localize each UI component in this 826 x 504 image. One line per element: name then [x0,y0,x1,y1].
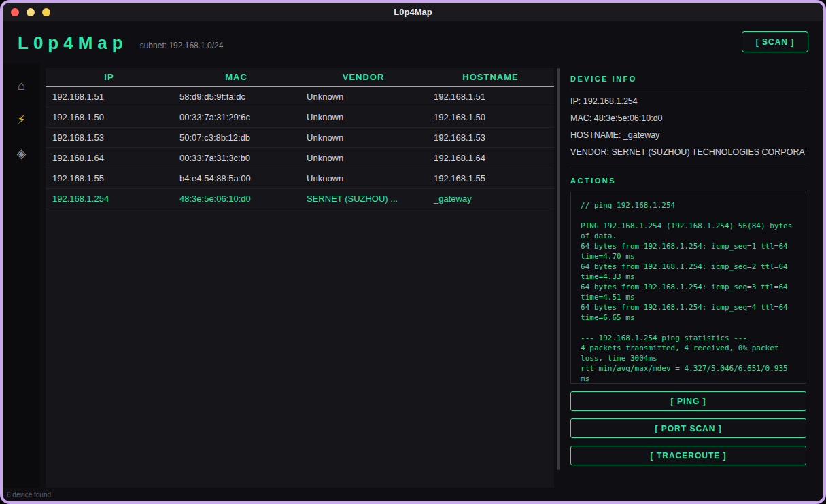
cell-vendor: Unknown [300,147,427,168]
cell-vendor: SERNET (SUZHOU) ... [300,188,427,209]
minimize-button[interactable] [27,8,35,16]
terminal-line: 64 bytes from 192.168.1.254: icmp_seq=4 … [581,302,796,323]
actions-title: ACTIONS [570,177,806,185]
cell-mac: b4:e4:54:88:5a:00 [173,168,300,188]
cell-ip: 192.168.1.51 [46,86,173,107]
table-row[interactable]: 192.168.1.53 50:07:c3:8b:12:db Unknown 1… [46,127,554,147]
content-area: ⌂ ⚡ ◈ IP MAC VENDOR HOSTNAME 192.168.1.5… [3,64,823,488]
detail-panel: DEVICE INFO IP: 192.168.1.254 MAC: 48:3e… [564,64,823,488]
status-text: 6 device found. [7,491,53,499]
terminal-line: // ping 192.168.1.254 [581,200,796,211]
device-info-field: MAC: 48:3e:5e:06:10:d0 [570,110,806,127]
cell-mac: 48:3e:5e:06:10:d0 [173,188,300,209]
terminal-line [581,211,796,221]
device-table: IP MAC VENDOR HOSTNAME 192.168.1.51 58:d… [46,68,554,209]
scan-button[interactable]: [ SCAN ] [742,31,808,52]
cell-ip: 192.168.1.53 [46,127,173,147]
cell-ip: 192.168.1.254 [46,188,173,209]
column-header[interactable]: HOSTNAME [427,68,554,86]
column-header[interactable]: VENDOR [300,68,427,86]
device-info-fields: IP: 192.168.1.254 MAC: 48:3e:5e:06:10:d0… [570,93,806,161]
lightning-icon[interactable]: ⚡ [17,113,26,126]
status-bar: 6 device found. [3,488,823,501]
column-header[interactable]: MAC [173,68,300,86]
cell-mac: 00:33:7a:31:29:6c [173,107,300,127]
device-table-area: IP MAC VENDOR HOSTNAME 192.168.1.51 58:d… [46,68,554,488]
app-logo: L0p4Map [18,33,128,54]
cell-hostname: 192.168.1.64 [427,147,554,168]
device-info-title: DEVICE INFO [570,75,806,83]
terminal-line [581,323,796,333]
table-row[interactable]: 192.168.1.51 58:d9:d5:9f:fa:dc Unknown 1… [46,86,554,107]
cell-vendor: Unknown [300,127,427,147]
cell-vendor: Unknown [300,107,427,127]
table-row[interactable]: 192.168.1.55 b4:e4:54:88:5a:00 Unknown 1… [46,168,554,188]
terminal-line: 4 packets transmitted, 4 received, 0% pa… [581,343,796,363]
table-row[interactable]: 192.168.1.254 48:3e:5e:06:10:d0 SERNET (… [46,188,554,209]
cell-hostname: _gateway [427,188,554,209]
cell-mac: 50:07:c3:8b:12:db [173,127,300,147]
cell-mac: 00:33:7a:31:3c:b0 [173,147,300,168]
terminal-line: --- 192.168.1.254 ping statistics --- [581,333,796,343]
terminal-line: rtt min/avg/max/mdev = 4.327/5.046/6.651… [581,363,796,384]
waypoint-icon[interactable]: ◈ [17,147,27,160]
cell-mac: 58:d9:d5:9f:fa:dc [173,86,300,107]
traceroute-button[interactable]: [ TRACEROUTE ] [570,446,806,465]
window-title: L0p4Map [394,7,432,17]
app-window: L0p4Map L0p4Map subnet: 192.168.1.0/24 [… [0,0,826,504]
terminal-line: 64 bytes from 192.168.1.254: icmp_seq=2 … [581,262,796,282]
cell-vendor: Unknown [300,168,427,188]
table-scrollbar[interactable] [557,68,560,470]
table-row[interactable]: 192.168.1.50 00:33:7a:31:29:6c Unknown 1… [46,107,554,127]
device-info-field: VENDOR: SERNET (SUZHOU) TECHNOLOGIES COR… [570,144,806,161]
device-table-body: 192.168.1.51 58:d9:d5:9f:fa:dc Unknown 1… [46,86,554,209]
device-list-panel: IP MAC VENDOR HOSTNAME 192.168.1.51 58:d… [40,64,564,488]
subnet-label: subnet: 192.168.1.0/24 [140,41,224,50]
table-header-row: IP MAC VENDOR HOSTNAME [46,68,554,86]
cell-vendor: Unknown [300,86,427,107]
ping-button[interactable]: [ PING ] [570,391,806,411]
traffic-lights [11,3,50,21]
app-header: L0p4Map subnet: 192.168.1.0/24 [ SCAN ] [3,22,823,64]
close-button[interactable] [11,8,19,16]
cell-hostname: 192.168.1.55 [427,168,554,188]
terminal-line: 64 bytes from 192.168.1.254: icmp_seq=1 … [581,241,796,262]
cell-ip: 192.168.1.64 [46,147,173,168]
divider [570,90,806,90]
divider [570,168,806,168]
zoom-button[interactable] [42,8,50,16]
cell-hostname: 192.168.1.50 [427,107,554,127]
cell-ip: 192.168.1.55 [46,168,173,188]
sidebar: ⌂ ⚡ ◈ [3,64,40,488]
cell-ip: 192.168.1.50 [46,107,173,127]
terminal-output: // ping 192.168.1.254 PING 192.168.1.254… [570,192,806,384]
device-info-field: IP: 192.168.1.254 [570,93,806,110]
home-icon[interactable]: ⌂ [18,79,25,92]
cell-hostname: 192.168.1.51 [427,86,554,107]
table-row[interactable]: 192.168.1.64 00:33:7a:31:3c:b0 Unknown 1… [46,147,554,168]
cell-hostname: 192.168.1.53 [427,127,554,147]
titlebar: L0p4Map [3,3,823,22]
terminal-line: 64 bytes from 192.168.1.254: icmp_seq=3 … [581,282,796,302]
terminal-line: PING 192.168.1.254 (192.168.1.254) 56(84… [581,221,796,241]
port-scan-button[interactable]: [ PORT SCAN ] [570,418,806,438]
column-header[interactable]: IP [46,68,173,86]
device-info-field: HOSTNAME: _gateway [570,127,806,144]
